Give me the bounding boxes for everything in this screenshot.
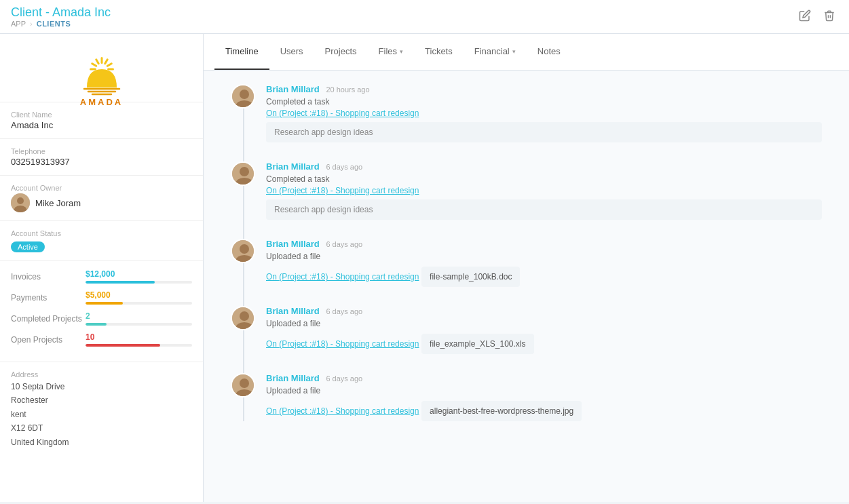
page-title: Client - Amada Inc	[11, 5, 111, 20]
timeline-project-link[interactable]: On (Project :#18) - Shopping cart redesi…	[266, 186, 419, 195]
tab-users[interactable]: Users	[269, 34, 314, 70]
edit-button[interactable]	[796, 7, 814, 27]
timeline-header: Brian Millard 20 hours ago	[266, 84, 822, 94]
svg-point-26	[240, 379, 249, 388]
timeline-time: 6 days ago	[326, 307, 362, 315]
timeline-header: Brian Millard 6 days ago	[266, 239, 822, 249]
timeline-item-content: Brian Millard 6 days ago Uploaded a file…	[266, 306, 822, 354]
client-logo-area: AMADA	[0, 34, 203, 102]
timeline-item: Brian Millard 6 days ago Uploaded a file…	[231, 239, 822, 287]
svg-rect-10	[90, 62, 97, 68]
logo-text: AMADA	[75, 97, 129, 107]
financial-dropdown-arrow: ▾	[512, 48, 516, 55]
status-badge: Active	[11, 241, 45, 252]
timeline-action: Uploaded a file	[266, 386, 822, 395]
timeline-user-name: Brian Millard	[266, 239, 320, 249]
timeline-task-content: Research app design ideas	[266, 122, 822, 142]
timeline-project-link[interactable]: On (Project :#18) - Shopping cart redesi…	[266, 109, 419, 118]
user-avatar-image	[232, 85, 255, 109]
completed-projects-stat: Completed Projects 2	[11, 311, 192, 326]
payments-progress-bg	[86, 302, 192, 305]
timeline-time: 6 days ago	[326, 374, 362, 383]
header: Client - Amada Inc APP › CLIENTS	[0, 0, 849, 34]
owner-avatar	[11, 193, 30, 212]
timeline-project-link[interactable]: On (Project :#18) - Shopping cart redesi…	[266, 272, 419, 282]
svg-point-22	[240, 244, 249, 254]
sidebar: AMADA Client Name Amada Inc Telephone 03…	[0, 34, 204, 502]
timeline-time: 20 hours ago	[326, 85, 369, 94]
timeline-project-link[interactable]: On (Project :#18) - Shopping cart redesi…	[266, 406, 419, 416]
timeline-item: Brian Millard 6 days ago Completed a tas…	[231, 161, 822, 220]
completed-projects-bar: 2	[86, 311, 192, 326]
tab-tickets[interactable]: Tickets	[414, 34, 464, 70]
client-name-value: Amada Inc	[11, 120, 192, 130]
timeline-project-link[interactable]: On (Project :#18) - Shopping cart redesi…	[266, 339, 419, 349]
tab-notes[interactable]: Notes	[527, 34, 571, 70]
timeline-avatar	[231, 306, 255, 330]
files-dropdown-arrow: ▾	[400, 48, 403, 55]
telephone-section: Telephone 032519313937	[0, 139, 203, 176]
address-section: Address 10 Septa Drive Rochester kent X1…	[0, 362, 203, 457]
invoices-progress-bg	[86, 281, 192, 284]
delete-button[interactable]	[820, 7, 838, 27]
user-avatar-image	[232, 163, 255, 186]
account-status-section: Account Status Active	[0, 221, 203, 261]
svg-point-20	[240, 167, 249, 176]
stats-section: Invoices $12,000 Payments $5,000	[0, 261, 203, 362]
breadcrumb-current: CLIENTS	[37, 20, 71, 28]
open-projects-stat: Open Projects 10	[11, 332, 192, 347]
open-projects-progress-bg	[86, 344, 192, 347]
invoices-value: $12,000	[86, 269, 192, 279]
timeline-action: Uploaded a file	[266, 319, 822, 328]
breadcrumb: APP › CLIENTS	[11, 20, 111, 28]
address-label: Address	[11, 370, 192, 379]
payments-value: $5,000	[86, 290, 192, 300]
timeline-task-content: Research app design ideas	[266, 199, 822, 220]
payments-bar: $5,000	[86, 290, 192, 305]
timeline-action: Completed a task	[266, 97, 822, 106]
completed-projects-progress-fill	[86, 323, 107, 326]
svg-rect-11	[94, 58, 100, 65]
invoices-stat: Invoices $12,000	[11, 269, 192, 284]
timeline-user-name: Brian Millard	[266, 84, 320, 94]
address-line4: X12 6DT	[11, 421, 192, 435]
user-avatar-image	[232, 307, 255, 330]
timeline-header: Brian Millard 6 days ago	[266, 306, 822, 316]
timeline-item-content: Brian Millard 20 hours ago Completed a t…	[266, 84, 822, 142]
header-left: Client - Amada Inc APP › CLIENTS	[11, 5, 111, 28]
account-owner-section: Account Owner Mike Joram	[0, 176, 203, 221]
timeline-area: Brian Millard 20 hours ago Completed a t…	[204, 71, 849, 502]
timeline-time: 6 days ago	[326, 163, 362, 171]
timeline-avatar	[231, 373, 255, 398]
svg-point-16	[17, 197, 24, 204]
user-avatar-image	[232, 374, 255, 398]
completed-projects-progress-bg	[86, 323, 192, 326]
timeline-action: Uploaded a file	[266, 252, 822, 261]
tab-timeline[interactable]: Timeline	[214, 34, 269, 70]
sun-icon	[75, 50, 129, 98]
tab-projects[interactable]: Projects	[314, 34, 368, 70]
timeline-user-name: Brian Millard	[266, 373, 320, 383]
header-actions	[796, 7, 838, 27]
client-name-label: Client Name	[11, 111, 192, 119]
tab-files[interactable]: Files ▾	[368, 34, 414, 70]
timeline-header: Brian Millard 6 days ago	[266, 373, 822, 383]
payments-progress-fill	[86, 302, 123, 305]
timeline-avatar	[231, 161, 255, 186]
timeline-user-name: Brian Millard	[266, 306, 320, 316]
main-content: Timeline Users Projects Files ▾ Tickets …	[204, 34, 849, 502]
invoices-progress-fill	[86, 281, 155, 284]
open-projects-bar: 10	[86, 332, 192, 347]
timeline-item: Brian Millard 6 days ago Uploaded a file…	[231, 373, 822, 421]
telephone-label: Telephone	[11, 147, 192, 155]
breadcrumb-separator: ›	[30, 20, 33, 28]
open-projects-label: Open Projects	[11, 335, 86, 345]
timeline-avatar	[231, 84, 255, 109]
breadcrumb-app: APP	[11, 20, 26, 28]
tab-financial[interactable]: Financial ▾	[464, 34, 527, 70]
open-projects-progress-fill	[86, 344, 160, 347]
svg-point-18	[240, 90, 249, 99]
account-owner-row: Mike Joram	[11, 193, 192, 212]
payments-stat: Payments $5,000	[11, 290, 192, 305]
timeline-item: Brian Millard 20 hours ago Completed a t…	[231, 84, 822, 142]
